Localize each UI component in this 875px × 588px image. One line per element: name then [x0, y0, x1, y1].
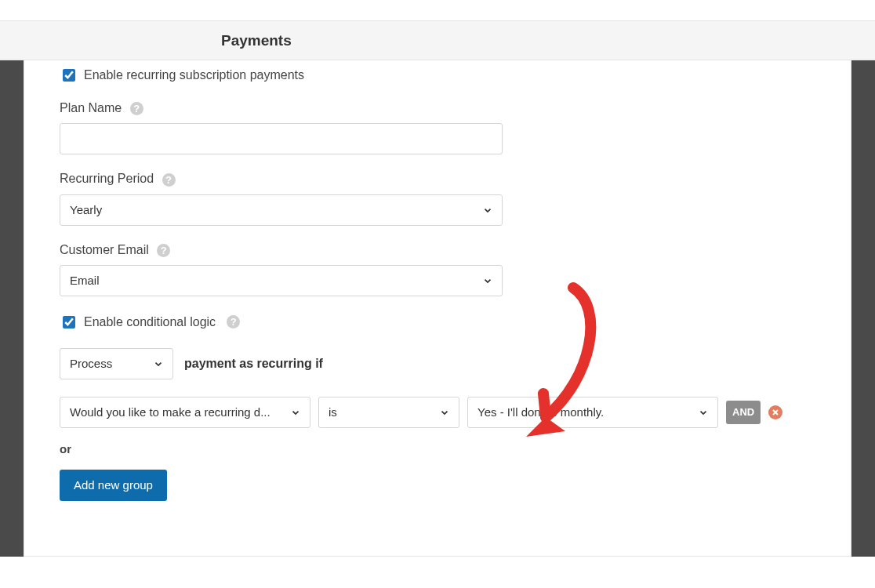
help-icon[interactable]: ? [227, 315, 240, 328]
rule-operator-select-wrap: is [318, 397, 459, 428]
process-select[interactable]: Process [60, 348, 173, 379]
recurring-period-select-wrap: Yearly [60, 194, 503, 226]
rule-value-select[interactable]: Yes - I'll donate monthly. [467, 397, 718, 428]
plan-name-row: Plan Name ? [60, 101, 815, 154]
customer-email-label: Customer Email ? [60, 243, 170, 257]
rule-operator-select[interactable]: is [318, 397, 459, 428]
tab-title: Payments [0, 21, 875, 60]
enable-conditional-label: Enable conditional logic [84, 315, 216, 329]
rule-row: Would you like to make a recurring d... … [60, 397, 815, 428]
rule-value-select-wrap: Yes - I'll donate monthly. [467, 397, 718, 428]
customer-email-select-wrap: Email [60, 265, 503, 296]
help-icon[interactable]: ? [162, 173, 176, 187]
process-select-wrap: Process [60, 348, 173, 379]
conditional-sentence: payment as recurring if [184, 357, 323, 371]
customer-email-select[interactable]: Email [60, 265, 503, 296]
recurring-period-select[interactable]: Yearly [60, 194, 503, 226]
and-button[interactable]: AND [726, 401, 761, 424]
plan-name-label-text: Plan Name [60, 101, 122, 114]
recurring-period-label-text: Recurring Period [60, 172, 154, 185]
rule-field-select[interactable]: Would you like to make a recurring d... [60, 397, 310, 428]
plan-name-input[interactable] [60, 123, 503, 154]
outer-bg-right [851, 60, 875, 557]
conditional-action-row: Process payment as recurring if [60, 348, 815, 379]
help-icon[interactable]: ? [157, 244, 170, 257]
remove-rule-button[interactable] [768, 405, 782, 419]
close-icon [772, 408, 779, 416]
add-new-group-button[interactable]: Add new group [60, 470, 167, 501]
outer-bg-left [0, 60, 24, 557]
customer-email-row: Customer Email ? Email [60, 243, 815, 296]
top-hairline [0, 0, 875, 21]
enable-recurring-label: Enable recurring subscription payments [84, 68, 304, 82]
help-icon[interactable]: ? [130, 102, 143, 115]
or-text: or [60, 442, 815, 456]
recurring-period-label: Recurring Period ? [60, 172, 176, 186]
enable-conditional-checkbox[interactable] [63, 316, 75, 328]
customer-email-label-text: Customer Email [60, 243, 149, 256]
enable-conditional-row: Enable conditional logic ? [60, 314, 815, 331]
enable-recurring-row: Enable recurring subscription payments [60, 67, 815, 84]
plan-name-label: Plan Name ? [60, 101, 143, 115]
settings-panel: Enable recurring subscription payments P… [24, 60, 851, 557]
enable-recurring-checkbox[interactable] [63, 69, 75, 82]
recurring-period-row: Recurring Period ? Yearly [60, 172, 815, 225]
tab-bar: Payments [0, 21, 875, 60]
rule-field-select-wrap: Would you like to make a recurring d... [60, 397, 310, 428]
